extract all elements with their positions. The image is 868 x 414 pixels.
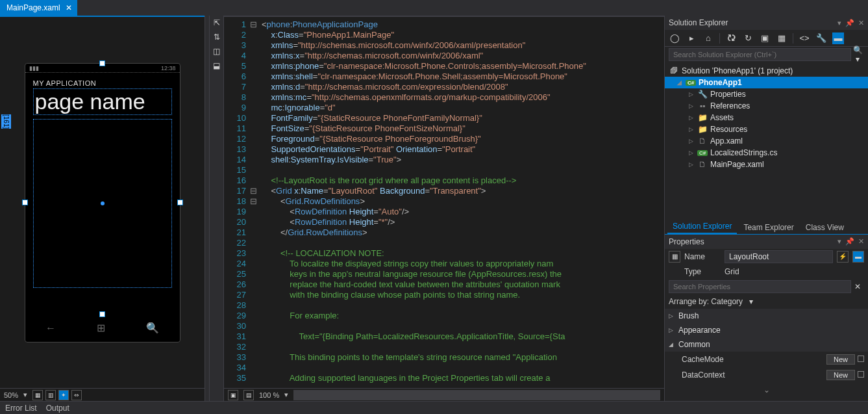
close-icon[interactable]: ✕ bbox=[858, 237, 864, 246]
tab-solution-explorer[interactable]: Solution Explorer bbox=[667, 220, 737, 234]
forward-icon[interactable]: ▸ bbox=[686, 32, 697, 44]
swap-panes-icon[interactable]: ⇅ bbox=[212, 32, 222, 43]
back-icon: ← bbox=[45, 322, 56, 334]
cat-common[interactable]: ◢Common bbox=[665, 337, 868, 352]
xaml-view-icon[interactable]: ▤ bbox=[243, 390, 254, 400]
resize-handle[interactable] bbox=[99, 311, 105, 317]
signal-icon: ▮▮▮ bbox=[29, 65, 39, 71]
horizontal-scrollbar[interactable] bbox=[293, 390, 660, 400]
pin-icon[interactable]: 📌 bbox=[845, 237, 854, 246]
name-input[interactable] bbox=[725, 250, 833, 263]
solution-explorer-toolbar: ◯ ▸ ⌂ 🗘 ↻ ▣ ▦ <> 🔧 ▬ bbox=[665, 30, 868, 47]
marker-icon[interactable] bbox=[858, 356, 864, 362]
tree-node[interactable]: ▷🗋App.xaml bbox=[665, 135, 868, 147]
editor-side-toolbar: ⇱ ⇅ ◫ ⬓ bbox=[210, 16, 224, 401]
solution-search-input[interactable] bbox=[669, 48, 851, 61]
cs-icon: C# bbox=[697, 150, 708, 156]
tab-class-view[interactable]: Class View bbox=[800, 221, 849, 234]
splitter[interactable] bbox=[205, 16, 210, 401]
cat-appearance[interactable]: ▷Appearance bbox=[665, 323, 868, 337]
tree-node[interactable]: ▷🔧Properties bbox=[665, 88, 868, 100]
tree-node[interactable]: ▷C#LocalizedStrings.cs bbox=[665, 147, 868, 159]
arrange-by[interactable]: Arrange by: Category▾ bbox=[665, 294, 868, 309]
pin-icon[interactable]: 📌 bbox=[845, 19, 854, 27]
folder-icon: 📁 bbox=[697, 113, 708, 122]
type-value: Grid bbox=[725, 267, 739, 276]
split-vertical-icon[interactable]: ◫ bbox=[212, 47, 222, 57]
solution-explorer-header: Solution Explorer ▾ 📌 ✕ bbox=[665, 16, 868, 30]
new-button[interactable]: New bbox=[826, 370, 855, 380]
resize-handle[interactable] bbox=[22, 200, 28, 205]
close-tab-icon[interactable]: ✕ bbox=[66, 3, 72, 12]
tree-node[interactable]: ▷📁Resources bbox=[665, 123, 868, 135]
file-tab[interactable]: MainPage.xaml ✕ bbox=[0, 0, 77, 16]
designer-zoom[interactable]: 50% bbox=[4, 391, 18, 399]
xaml-designer: [161] ▮▮▮ 12:38 MY APPLICATION page name bbox=[0, 16, 205, 401]
preview-icon[interactable]: ▬ bbox=[832, 32, 844, 44]
effects-icon[interactable]: ✦ bbox=[58, 390, 69, 400]
dropdown-icon[interactable]: ▾ bbox=[837, 19, 841, 27]
error-list-tab[interactable]: Error List bbox=[5, 404, 37, 413]
events-icon[interactable]: ⚡ bbox=[837, 251, 849, 263]
editor-zoom[interactable]: 100 % bbox=[259, 391, 279, 399]
resize-handle[interactable] bbox=[177, 200, 183, 205]
dropdown-icon[interactable]: ▾ bbox=[837, 237, 841, 246]
search-icon: 🔍 bbox=[146, 322, 159, 334]
split-horizontal-icon[interactable]: ⬓ bbox=[212, 61, 222, 71]
solution-icon: 🗊 bbox=[669, 66, 679, 75]
back-icon[interactable]: ◯ bbox=[669, 32, 680, 44]
close-icon[interactable]: ✕ bbox=[858, 19, 864, 27]
snap-icon[interactable]: ▥ bbox=[45, 390, 56, 400]
project-node[interactable]: ◢C#PhoneApp1 bbox=[665, 77, 868, 88]
solution-tree[interactable]: 🗊Solution 'PhoneApp1' (1 project) ◢C#Pho… bbox=[665, 62, 868, 220]
collapse-icon[interactable]: ▣ bbox=[759, 32, 771, 44]
properties-icon[interactable]: 🔧 bbox=[815, 32, 827, 44]
new-button[interactable]: New bbox=[826, 354, 855, 365]
expand-pane-icon[interactable]: ⇱ bbox=[212, 18, 222, 29]
design-view-icon[interactable]: ▣ bbox=[228, 390, 238, 400]
grid-icon[interactable]: ▦ bbox=[32, 390, 43, 400]
properties-search-input[interactable] bbox=[669, 280, 851, 293]
marker-icon[interactable] bbox=[858, 371, 864, 378]
resize-handle[interactable] bbox=[99, 60, 105, 66]
code-icon[interactable]: <> bbox=[799, 32, 810, 44]
content-panel[interactable] bbox=[33, 119, 172, 288]
tree-node[interactable]: ▷🗋MainPage.xaml bbox=[665, 159, 868, 170]
pan-icon[interactable]: ⇔ bbox=[71, 390, 82, 400]
page-title[interactable]: page name bbox=[33, 88, 172, 115]
output-tab[interactable]: Output bbox=[46, 404, 69, 413]
sync-icon[interactable]: 🗘 bbox=[725, 32, 737, 44]
ref-icon: ▪▪ bbox=[697, 101, 708, 110]
refresh-icon[interactable]: ↻ bbox=[742, 32, 754, 44]
show-all-icon[interactable]: ▦ bbox=[776, 32, 787, 44]
app-title: MY APPLICATION bbox=[33, 79, 172, 87]
home-icon[interactable]: ⌂ bbox=[702, 32, 714, 44]
windows-icon: ⊞ bbox=[97, 322, 105, 334]
wrench-icon: 🔧 bbox=[697, 90, 708, 99]
tab-title: MainPage.xaml bbox=[6, 3, 60, 12]
prop-cachemode[interactable]: CacheMode New bbox=[665, 352, 868, 367]
center-dot-icon bbox=[101, 201, 105, 205]
zoom-dropdown-icon[interactable]: ▾ bbox=[23, 391, 27, 399]
code-editor[interactable]: 1234567891011121314151617181920212223242… bbox=[224, 16, 664, 401]
expand-more-icon[interactable]: ⌄ bbox=[665, 383, 868, 397]
ruler-tag: [161] bbox=[1, 114, 11, 129]
tree-node[interactable]: ▷▪▪References bbox=[665, 100, 868, 112]
csharp-icon: C# bbox=[686, 80, 696, 86]
xaml-icon: 🗋 bbox=[697, 136, 708, 146]
zoom-dropdown-icon[interactable]: ▾ bbox=[284, 391, 288, 399]
prop-datacontext[interactable]: DataContext New bbox=[665, 367, 868, 383]
grid-element-icon[interactable]: ▦ bbox=[669, 251, 680, 263]
properties-header: Properties ▾ 📌 ✕ bbox=[665, 235, 868, 249]
search-icon[interactable]: 🔍▾ bbox=[851, 45, 864, 64]
xaml-icon: 🗋 bbox=[697, 160, 708, 169]
folder-icon: 📁 bbox=[697, 125, 708, 134]
cat-brush[interactable]: ▷Brush bbox=[665, 309, 868, 323]
phone-time: 12:38 bbox=[161, 65, 176, 71]
phone-preview[interactable]: ▮▮▮ 12:38 MY APPLICATION page name ← ⊞ bbox=[25, 63, 180, 343]
properties-view-icon[interactable]: ▬ bbox=[852, 251, 864, 263]
tab-team-explorer[interactable]: Team Explorer bbox=[738, 221, 799, 234]
tree-node[interactable]: ▷📁Assets bbox=[665, 112, 868, 123]
clear-icon[interactable]: ✕ bbox=[851, 282, 864, 291]
